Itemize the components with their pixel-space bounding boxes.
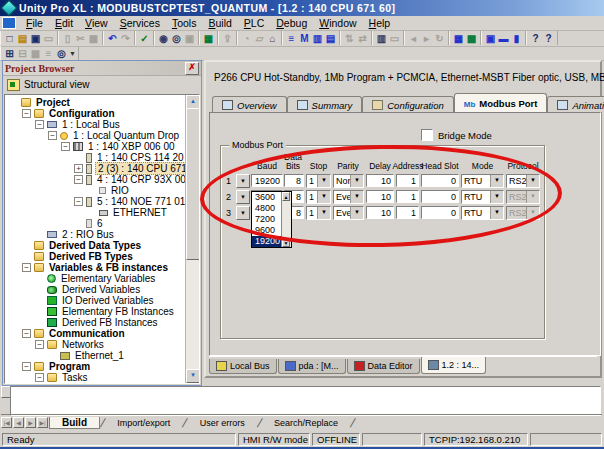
tiles-window-icon[interactable]: ▤ [324,32,337,45]
scroll-up-icon[interactable]: ▲ [186,95,200,109]
baud-option[interactable]: 19200 [252,236,281,247]
menu-edit[interactable]: Edit [49,17,79,29]
baud-option[interactable]: 9600 [252,225,281,236]
chevron-down-icon[interactable]: ▼ [490,191,503,203]
tree-item[interactable]: 6 [7,218,185,229]
output-nav-next-icon[interactable]: ▶ [25,417,36,428]
output-nav-last-icon[interactable]: ▶| [37,417,48,428]
menu-view[interactable]: View [79,17,114,29]
tree-item[interactable]: +2 (3) : 140 CPU 671 60 [7,163,185,174]
chevron-down-icon[interactable]: ▼ [350,191,363,203]
help-icon[interactable]: ? [529,32,542,45]
bridge-mode-checkbox[interactable] [421,129,433,141]
baud-dropdown-button[interactable]: ▼ [236,174,250,188]
tree-item[interactable]: Elementary FB Instances [7,306,185,317]
zoom-out-icon[interactable]: ◎ [170,32,183,45]
output-nav-first-icon[interactable]: |◀ [1,417,12,428]
tab-summary[interactable]: Summary [287,96,363,112]
head-slot-field[interactable]: 0 [421,174,459,187]
parity-combo[interactable]: Even▼ [333,190,364,204]
output-tab-import-export[interactable]: Import/export [105,418,182,428]
menu-debug[interactable]: Debug [270,17,313,29]
tree-item[interactable]: Derived Data Types [7,240,185,251]
tree-item[interactable]: −1 : Local Quantum Drop [7,130,185,141]
tree-item[interactable]: ETHERNET [7,207,185,218]
expander-icon[interactable]: − [61,142,70,151]
expander-icon[interactable]: − [22,329,31,338]
tree-item[interactable]: Derived FB Instances [7,317,185,328]
menu-plc[interactable]: PLC [238,17,270,29]
structural-view-toggle-icon[interactable]: ⊞ [3,47,16,60]
open-file-icon[interactable]: ▤ [16,32,29,45]
protocol-combo[interactable]: RS232▼ [506,174,540,188]
expander-icon[interactable]: − [35,120,44,129]
zoom-select-icon[interactable]: ◎ [55,47,68,60]
tree-item[interactable]: −Tasks [7,372,185,383]
stop-combo[interactable]: 1▼ [306,190,331,204]
mode-combo[interactable]: RTU▼ [461,206,504,220]
scroll-thumb[interactable] [186,108,200,260]
output-tab-search-replace[interactable]: Search/Replace [262,418,350,428]
output-nav-prev-icon[interactable]: ◀ [13,417,24,428]
expander-icon[interactable]: − [74,197,83,206]
scroll-down-icon[interactable]: ▼ [282,238,290,247]
chevron-down-icon[interactable]: ▼ [317,207,330,219]
baud-option[interactable]: 7200 [252,214,281,225]
tree-item[interactable]: −4 : 140 CRP 93X 00 [7,174,185,185]
output-tab-build[interactable]: Build [49,417,100,429]
tab-configuration[interactable]: Configuration [362,96,454,112]
tree-item[interactable]: Elementary Variables [7,273,185,284]
menu-window[interactable]: Window [313,17,362,29]
title-bar[interactable]: Unity Pro XL : MODUBUSTCPTEST_QUANTUM - … [0,0,604,16]
find-icon[interactable]: M [298,32,311,45]
tab-animation[interactable]: Animation [547,96,604,112]
tree-item[interactable]: IO Derived Variables [7,295,185,306]
expander-icon[interactable]: − [74,175,83,184]
tree-item[interactable]: −Configuration [7,108,185,119]
parity-combo[interactable]: None▼ [333,174,364,188]
expander-icon[interactable]: − [22,362,31,371]
chevron-down-icon[interactable]: ▼ [490,175,503,187]
chevron-down-icon[interactable]: ▼ [317,191,330,203]
output-tab-user-errors[interactable]: User errors [188,418,257,428]
close-icon[interactable]: ✗ [185,62,199,75]
tree-item[interactable]: Project [7,97,185,108]
mode-combo[interactable]: RTU▼ [461,174,504,188]
project-browser-titlebar[interactable]: Project Browser ✗ [3,61,201,76]
build-project-icon[interactable]: ⌂ [266,32,279,45]
expander-icon[interactable]: − [22,109,31,118]
new-file-icon[interactable]: □ [3,32,16,45]
head-slot-field[interactable]: 0 [421,206,459,219]
tree-item[interactable]: Derived FB Types [7,251,185,262]
dropdown-scrollbar[interactable]: ▲▼ [281,192,291,247]
window-tab-local-bus[interactable]: Local Bus [209,359,277,374]
tree-item[interactable]: −Communication [7,328,185,339]
undo-icon[interactable]: ↶ [106,32,119,45]
cascade-windows-icon[interactable]: ▣ [484,32,497,45]
chevron-down-icon[interactable]: ▼ [490,207,503,219]
tree-item[interactable]: −MAST [7,383,185,384]
menu-help[interactable]: Help [363,17,397,29]
window-tab-1-2-14-[interactable]: 1.2 : 14... [421,357,487,374]
tree-item[interactable]: Derived Variables [7,284,185,295]
zoom-dropdown-icon[interactable]: ▼ [69,50,76,57]
window-tab-data-editor[interactable]: Data Editor [347,359,420,374]
tab-modbus-port[interactable]: MbModbus Port [454,93,548,112]
tree-item[interactable]: −Networks [7,339,185,350]
tree-item[interactable]: RIO [7,185,185,196]
scroll-up-icon[interactable]: ▲ [282,192,290,201]
screens-list-icon[interactable]: ≡ [285,32,298,45]
tab-overview[interactable]: Overview [212,96,287,112]
baud-dropdown-list[interactable]: 360048007200960019200▲▼ [251,191,292,248]
tree-item[interactable]: Ethernet_1 [7,350,185,361]
baud-dropdown-button[interactable]: ▼ [236,206,250,220]
expander-icon[interactable]: − [35,373,44,382]
columns-window-icon[interactable]: ▥ [311,32,324,45]
delay-field[interactable]: 10 [366,174,394,187]
head-slot-field[interactable]: 0 [421,190,459,203]
grid-icon[interactable]: ▦ [452,32,465,45]
baud-option[interactable]: 3600 [252,192,281,203]
tree-scrollbar[interactable]: ▲ ▼ [185,95,199,383]
parity-combo[interactable]: Even▼ [333,206,364,220]
menu-file[interactable]: File [20,17,49,29]
